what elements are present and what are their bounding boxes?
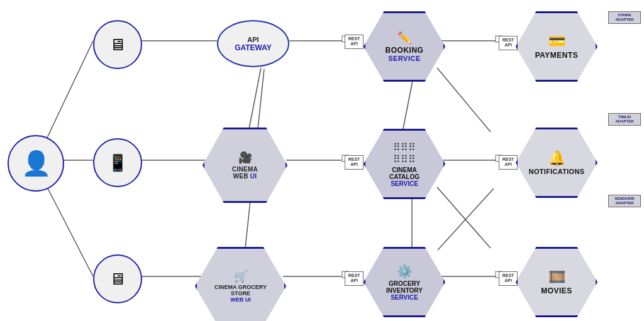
monitor-top-icon: 🖥 xyxy=(109,35,126,55)
cinema-web-label1: CINEMA xyxy=(232,166,258,173)
inventory-label3: SERVICE xyxy=(391,294,418,301)
catalog-label2: CATALOG xyxy=(389,173,419,180)
grocery-inventory-hex: ⚙️ GROCERY INVENTORY SERVICE xyxy=(364,247,445,317)
rest-api-box-payments: RESTAPI xyxy=(499,36,518,50)
booking-label1: BOOKING xyxy=(386,46,424,55)
grocery-label2: STORE xyxy=(231,290,250,297)
rest-api-box-notifications: RESTAPI xyxy=(499,155,518,170)
inventory-label1: GROCERY xyxy=(389,280,420,287)
rest-api-box-movies: RESTAPI xyxy=(499,271,518,286)
stripe-adapter-box: STRIPEADAPTER xyxy=(608,11,641,24)
phone-icon: 📱 xyxy=(108,153,128,173)
cinema-grocery-hex: 🛒 CINEMA GROCERY STORE WEB UI xyxy=(195,247,286,321)
api-gateway-label-line1: API xyxy=(235,36,272,43)
monitor-bottom-node: 🖥 xyxy=(93,254,142,303)
booking-hex: ✏️ BOOKING SERVICE xyxy=(364,11,445,82)
monitor-top-node: 🖥 xyxy=(93,20,142,69)
person-node: 👤 xyxy=(8,135,64,192)
notifications-hex: 🔔 NOTIFICATIONS xyxy=(516,128,597,198)
booking-label2: SERVICE xyxy=(388,55,421,62)
movies-hex: 🎞️ MOVIES xyxy=(516,247,597,317)
person-icon: 👤 xyxy=(21,150,51,177)
notifications-label: NOTIFICATIONS xyxy=(529,168,585,175)
rest-api-box-booking: RESTAPI xyxy=(345,35,364,49)
api-gateway-node: API GATEWAY xyxy=(217,20,289,67)
sendgrid-adapter-box: SENDGRIDADAPTER xyxy=(608,195,641,207)
inventory-label2: INVENTORY xyxy=(386,287,423,294)
twilio-adapter-box: TWILIOADAPTER xyxy=(608,113,641,126)
cinema-web-label2: WEB UI xyxy=(233,173,257,180)
payments-label: PAYMENTS xyxy=(535,51,579,60)
grocery-label1: CINEMA GROCERY xyxy=(214,284,267,290)
rest-api-box-catalog: RESTAPI xyxy=(345,155,364,170)
movies-label: MOVIES xyxy=(541,286,572,295)
catalog-label1: CINEMA xyxy=(392,166,416,173)
api-gateway-label-line2: GATEWAY xyxy=(235,43,272,52)
cinema-catalog-hex: ⠿⠿⠿⠿⠿⠿ CINEMA CATALOG SERVICE xyxy=(364,129,445,199)
svg-line-7 xyxy=(248,68,261,132)
cinema-web-ui-hex: 🎥 CINEMA WEB UI xyxy=(203,128,287,203)
catalog-label3: SERVICE xyxy=(391,180,418,187)
rest-api-box-grocery: RESTAPI xyxy=(345,271,364,286)
phone-node: 📱 xyxy=(93,138,142,187)
monitor-bottom-icon: 🖥 xyxy=(109,269,126,289)
grocery-label3: WEB UI xyxy=(230,297,251,303)
payments-hex: 💳 PAYMENTS xyxy=(516,11,597,82)
